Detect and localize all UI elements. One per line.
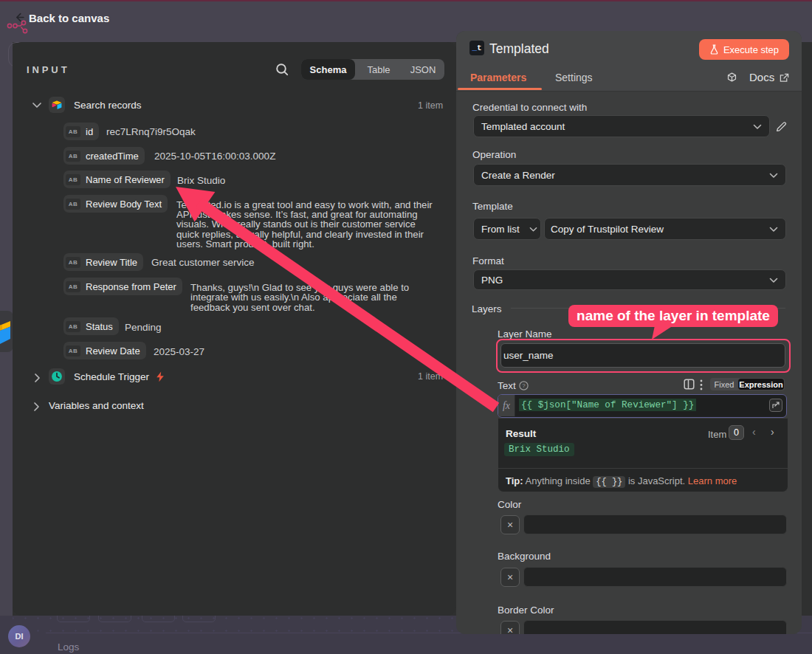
svg-text:?: ? xyxy=(522,382,526,389)
